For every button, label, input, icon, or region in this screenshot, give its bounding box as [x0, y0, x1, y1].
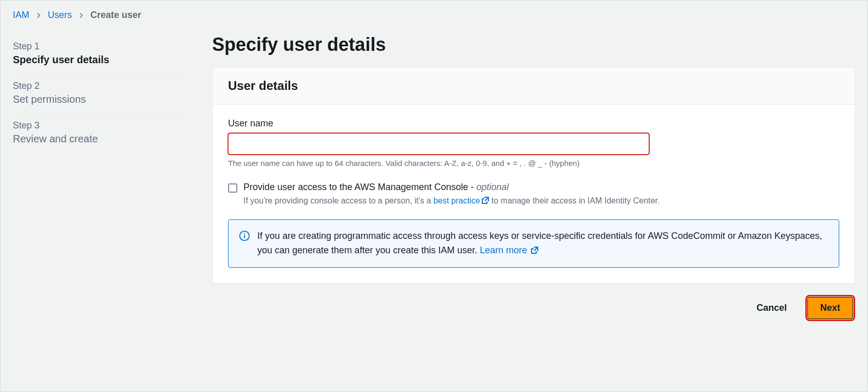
- chevron-right-icon: [35, 12, 42, 18]
- external-link-icon: [531, 246, 539, 254]
- wizard-step-2[interactable]: Step 2 Set permissions: [13, 73, 187, 113]
- step-title: Set permissions: [13, 94, 187, 105]
- step-number: Step 1: [13, 41, 187, 52]
- username-hint: The user name can have up to 64 characte…: [228, 159, 839, 167]
- external-link-icon: [481, 196, 489, 204]
- user-details-panel: User details User name The user name can…: [212, 67, 855, 284]
- wizard-step-1[interactable]: Step 1 Specify user details: [13, 34, 187, 73]
- wizard-step-3[interactable]: Step 3 Review and create: [13, 113, 187, 152]
- panel-title: User details: [228, 79, 839, 93]
- breadcrumb-users[interactable]: Users: [48, 10, 72, 21]
- step-number: Step 3: [13, 120, 187, 131]
- page-title: Specify user details: [212, 34, 855, 55]
- learn-more-link[interactable]: Learn more: [480, 245, 539, 255]
- breadcrumb: IAM Users Create user: [1, 1, 867, 25]
- panel-header: User details: [213, 67, 855, 105]
- info-icon: [239, 230, 250, 258]
- username-input[interactable]: [228, 133, 649, 155]
- info-alert-text: If you are creating programmatic access …: [257, 229, 828, 258]
- svg-point-2: [244, 233, 245, 234]
- breadcrumb-current: Create user: [90, 10, 141, 21]
- console-access-help: If you're providing console access to a …: [243, 195, 839, 207]
- info-alert: If you are creating programmatic access …: [228, 219, 839, 268]
- cancel-button[interactable]: Cancel: [744, 297, 799, 319]
- breadcrumb-iam[interactable]: IAM: [13, 10, 29, 21]
- step-title: Specify user details: [13, 54, 187, 66]
- step-number: Step 2: [13, 81, 187, 91]
- console-access-row: Provide user access to the AWS Managemen…: [228, 182, 839, 207]
- wizard-steps: Step 1 Specify user details Step 2 Set p…: [13, 34, 187, 379]
- username-label: User name: [228, 118, 839, 129]
- step-title: Review and create: [13, 133, 187, 145]
- wizard-footer: Cancel Next: [212, 284, 855, 321]
- best-practice-link[interactable]: best practice: [433, 196, 489, 205]
- next-button[interactable]: Next: [807, 297, 853, 319]
- console-access-checkbox[interactable]: [228, 183, 237, 193]
- console-access-label: Provide user access to the AWS Managemen…: [243, 182, 839, 193]
- chevron-right-icon: [78, 12, 84, 18]
